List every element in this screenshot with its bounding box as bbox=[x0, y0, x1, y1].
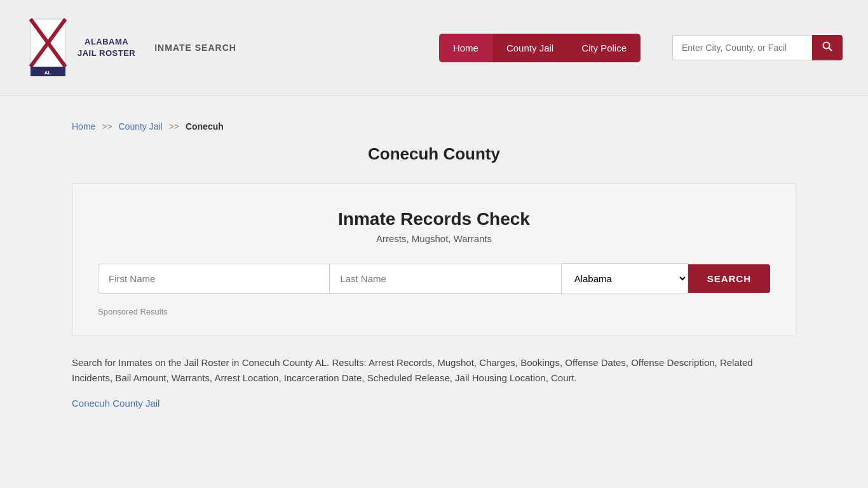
breadcrumb-separator-2: >> bbox=[169, 121, 179, 132]
logo-image: AL bbox=[25, 13, 70, 83]
conecuh-county-jail-link[interactable]: Conecuh County Jail bbox=[72, 398, 159, 409]
search-icon bbox=[822, 41, 832, 51]
nav-home-button[interactable]: Home bbox=[439, 34, 492, 62]
records-box: Inmate Records Check Arrests, Mugshot, W… bbox=[72, 183, 796, 336]
logo-area: AL ALABAMA JAIL ROSTER bbox=[25, 13, 135, 83]
inmate-search-label: INMATE SEARCH bbox=[154, 43, 236, 53]
nav-city-police-button[interactable]: City Police bbox=[567, 34, 641, 62]
svg-point-5 bbox=[824, 43, 830, 49]
sponsored-label: Sponsored Results bbox=[98, 307, 770, 316]
breadcrumb-current: Conecuh bbox=[186, 121, 224, 132]
main-content: Home >> County Jail >> Conecuh Conecuh C… bbox=[53, 96, 815, 434]
description-text-2: Conecuh County Jail bbox=[72, 396, 796, 411]
breadcrumb: Home >> County Jail >> Conecuh bbox=[72, 121, 796, 132]
description-text: Search for Inmates on the Jail Roster in… bbox=[72, 355, 796, 386]
header-search-input[interactable] bbox=[672, 35, 812, 60]
nav-links: Home County Jail City Police bbox=[439, 34, 641, 62]
logo-text: ALABAMA JAIL ROSTER bbox=[78, 36, 135, 59]
svg-line-6 bbox=[829, 48, 832, 51]
header: AL ALABAMA JAIL ROSTER INMATE SEARCH Hom… bbox=[0, 0, 868, 96]
first-name-input[interactable] bbox=[98, 264, 329, 294]
nav-county-jail-button[interactable]: County Jail bbox=[492, 34, 567, 62]
header-search-bar bbox=[672, 35, 843, 60]
records-search-button[interactable]: SEARCH bbox=[688, 264, 770, 293]
svg-text:AL: AL bbox=[44, 70, 51, 76]
page-title: Conecuh County bbox=[72, 144, 796, 164]
last-name-input[interactable] bbox=[329, 264, 560, 294]
breadcrumb-home[interactable]: Home bbox=[72, 121, 95, 132]
state-select[interactable]: AlabamaAlaskaArizonaArkansasCaliforniaCo… bbox=[561, 263, 688, 294]
inmate-search-form: AlabamaAlaskaArizonaArkansasCaliforniaCo… bbox=[98, 263, 770, 294]
header-search-button[interactable] bbox=[812, 35, 843, 60]
breadcrumb-separator-1: >> bbox=[102, 121, 112, 132]
breadcrumb-county-jail[interactable]: County Jail bbox=[119, 121, 163, 132]
records-box-title: Inmate Records Check bbox=[98, 209, 770, 229]
records-box-subtitle: Arrests, Mugshot, Warrants bbox=[98, 233, 770, 244]
